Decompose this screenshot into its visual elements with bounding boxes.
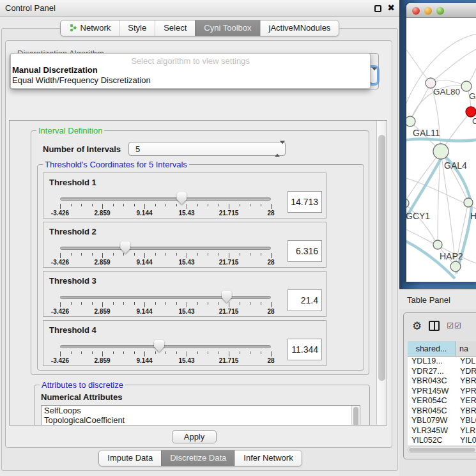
cytoscape-desktop: GAL80GACGAL11GAL4GCY1HHAP2	[399, 0, 476, 289]
slider-thumb[interactable]	[222, 291, 232, 303]
slider-scale-label: 15.43	[178, 308, 194, 315]
table-row[interactable]: YER054CYER0	[408, 396, 476, 406]
num-intervals-combobox[interactable]: 5	[128, 142, 286, 156]
network-node[interactable]	[406, 116, 415, 127]
slider-scale-label: -3.426	[51, 357, 69, 364]
close-icon[interactable]: ✖	[387, 3, 395, 13]
network-node[interactable]	[433, 144, 449, 159]
zoom-traffic-light-icon[interactable]	[436, 7, 444, 15]
table-row[interactable]: YBR045CYBR0	[408, 406, 476, 417]
apply-button[interactable]: Apply	[172, 430, 217, 443]
algorithm-dropdown-popup: Select algorithm to view settings Manual…	[10, 53, 371, 89]
threshold-slider[interactable]	[60, 247, 271, 250]
settings-scrollbar[interactable]	[376, 121, 387, 425]
checkbox-icon[interactable]: ☑	[447, 322, 454, 330]
slider-scale-label: 21.715	[219, 210, 239, 217]
slider-thumb[interactable]	[120, 242, 130, 254]
tab-jactivemnodules[interactable]: jActiveMNodules	[260, 20, 339, 36]
table-header-row: shared... na	[408, 341, 476, 357]
node-table[interactable]: shared... na YDL19...YDL1YDR27...YDR2YBR…	[408, 341, 476, 445]
network-node[interactable]	[450, 261, 461, 272]
threshold-slider[interactable]	[60, 197, 271, 201]
settings-scrollbar-thumb[interactable]	[378, 135, 385, 381]
node-label: HAP2	[440, 251, 463, 261]
list-scrollbar-thumb[interactable]	[353, 407, 358, 426]
tab-style[interactable]: Style	[119, 20, 155, 36]
network-node[interactable]	[433, 240, 442, 249]
table-panel-titlebar: Table Panel	[399, 289, 476, 309]
slider-scale-label: 21.715	[219, 308, 239, 315]
tab-label: Impute Data	[107, 453, 153, 463]
threshold-slider[interactable]	[60, 345, 271, 348]
list-scrollbar[interactable]	[351, 406, 360, 426]
table-row[interactable]: YBL079WYBL0	[408, 416, 476, 426]
threshold-value-field[interactable]: 21.4	[288, 289, 322, 311]
table-row[interactable]: YDR27...YDR2	[408, 367, 476, 377]
slider-scale-label: 9.144	[136, 308, 152, 315]
split-view-icon[interactable]	[429, 321, 440, 331]
threshold-value-field[interactable]: 11.344	[288, 339, 322, 360]
attribute-listbox[interactable]: SelfLoopsTopologicalCoefficientBetweenne…	[41, 405, 360, 426]
node-label: GAL4	[444, 160, 467, 171]
threshold-value-field[interactable]: 14.713	[288, 191, 322, 213]
panel-title: Control Panel	[5, 3, 56, 13]
slider-scale-label: -3.426	[51, 259, 69, 266]
cell-name: YPR1	[456, 387, 476, 397]
tab-label: Discretize Data	[170, 453, 226, 463]
table-row[interactable]: YBR043CYBR0	[408, 376, 476, 387]
table-row[interactable]: YIL052CYIL0	[408, 436, 476, 446]
slider-scale-label: -3.426	[51, 308, 69, 315]
table-row[interactable]: YDL19...YDL1	[408, 357, 476, 367]
control-panel: Control Panel ✖ NetworkStyleSelectCyni T…	[0, 0, 399, 476]
tab-label: Infer Network	[243, 453, 293, 463]
float-window-icon[interactable]	[374, 5, 381, 12]
table-row[interactable]: YLR345WYLR3	[408, 426, 476, 436]
close-traffic-light-icon[interactable]	[412, 7, 420, 15]
tab-cyni-toolbox[interactable]: Cyni Toolbox	[195, 20, 259, 36]
tab-network[interactable]: Network	[61, 20, 119, 36]
network-node[interactable]	[406, 199, 409, 208]
network-canvas[interactable]: GAL80GACGAL11GAL4GCY1HHAP2	[406, 18, 476, 282]
tab-label: Cyni Toolbox	[204, 23, 251, 33]
cell-name: YBR0	[456, 376, 476, 387]
cell-shared-name: YBR045C	[408, 406, 456, 417]
threshold-value-field[interactable]: 6.316	[288, 240, 322, 262]
table-row[interactable]: YPR145WYPR1	[408, 387, 476, 397]
algorithm-options: Manual DiscretizationEqual Width/Frequen…	[11, 65, 370, 86]
node-label: H	[470, 211, 476, 221]
network-node[interactable]	[461, 81, 472, 91]
network-window-titlebar	[406, 3, 476, 18]
slider-thumb[interactable]	[176, 192, 187, 204]
top-tab-bar: NetworkStyleSelectCyni ToolboxjActiveMNo…	[0, 20, 399, 36]
attribute-item[interactable]: BetweennessCentrality	[42, 425, 360, 426]
slider-thumb[interactable]	[154, 340, 164, 352]
algorithm-option[interactable]: Manual Discretization	[11, 65, 370, 75]
checkbox-icon[interactable]: ☑	[454, 322, 461, 330]
algorithm-option[interactable]: Equal Width/Frequency Discretization	[11, 75, 370, 86]
column-header-shared[interactable]: shared...	[408, 341, 456, 356]
table-hscrollbar-thumb[interactable]	[409, 448, 475, 452]
gear-icon[interactable]: ⚙	[412, 321, 422, 332]
interval-definition-title: Interval Definition	[36, 126, 104, 135]
node-label: GCY1	[406, 211, 430, 221]
node-label: C	[472, 116, 476, 126]
network-node[interactable]	[466, 107, 476, 117]
attributes-group: Attributes to discretize Numerical Attri…	[34, 380, 370, 426]
attribute-item[interactable]: TopologicalCoefficient	[42, 415, 360, 425]
tab-impute-data[interactable]: Impute Data	[99, 450, 161, 466]
slider-scale-label: 15.43	[178, 259, 194, 266]
table-panel-title: Table Panel	[407, 295, 450, 305]
interval-definition-group: Interval Definition Number of Intervals …	[31, 126, 369, 375]
network-node[interactable]	[464, 198, 473, 207]
cell-shared-name: YDL19...	[408, 357, 456, 367]
tab-select[interactable]: Select	[155, 20, 195, 36]
column-header-name[interactable]: na	[456, 341, 476, 356]
minimize-traffic-light-icon[interactable]	[424, 7, 432, 15]
node-label: GAL11	[413, 128, 440, 138]
attribute-item[interactable]: SelfLoops	[42, 406, 360, 415]
tab-infer-network[interactable]: Infer Network	[234, 450, 301, 466]
threshold-slider[interactable]	[60, 296, 271, 299]
table-hscrollbar[interactable]	[408, 447, 476, 453]
tab-discretize-data[interactable]: Discretize Data	[161, 450, 234, 466]
right-region: GAL80GACGAL11GAL4GCY1HHAP2 Table Panel ⚙…	[399, 0, 476, 476]
